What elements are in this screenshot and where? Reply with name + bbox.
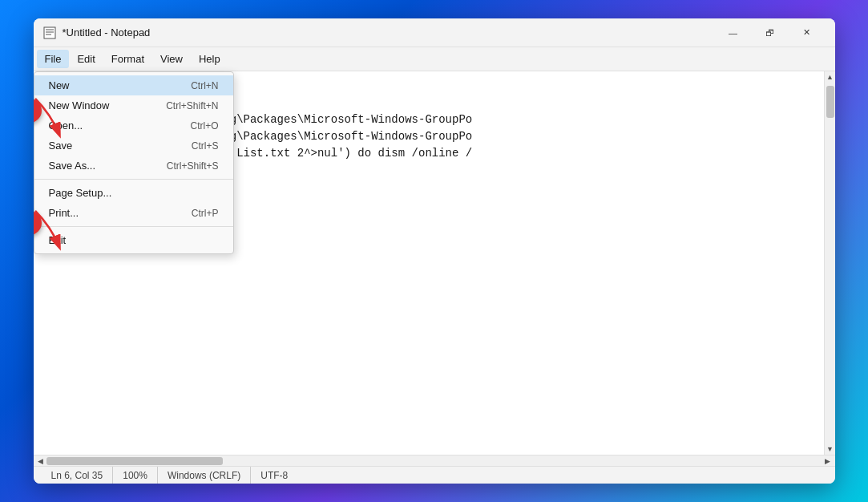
menu-save-as-shortcut: Ctrl+Shift+S (167, 160, 219, 172)
menu-new-shortcut: Ctrl+N (191, 80, 218, 91)
horizontal-scrollbar[interactable]: ◀ ▶ (34, 455, 835, 466)
window-controls: — 🗗 ✕ (715, 18, 826, 47)
notepad-window: *Untitled - Notepad — 🗗 ✕ File Edit Form… (34, 18, 835, 484)
cursor-position: Ln 6, Col 35 (42, 467, 114, 484)
app-icon (43, 26, 56, 39)
annotation-arrow-2 (34, 195, 67, 259)
menu-save-as-label: Save As... (49, 160, 96, 172)
window-title: *Untitled - Notepad (63, 26, 715, 38)
status-section: Ln 6, Col 35 100% Windows (CRLF) UTF-8 (42, 467, 827, 484)
title-bar: *Untitled - Notepad — 🗗 ✕ (34, 18, 835, 47)
menu-help[interactable]: Help (191, 50, 228, 68)
menu-file[interactable]: File (37, 50, 70, 68)
restore-button[interactable]: 🗗 (752, 18, 789, 47)
menu-bar: File Edit Format View Help New Ctrl+N Ne… (34, 47, 835, 71)
scroll-up-arrow[interactable]: ▲ (825, 71, 835, 83)
menu-save-shortcut: Ctrl+S (192, 140, 219, 152)
close-button[interactable]: ✕ (789, 18, 826, 47)
minimize-button[interactable]: — (715, 18, 752, 47)
annotation-arrow-1 (34, 83, 67, 147)
zoom-level: 100% (113, 467, 158, 484)
encoding: UTF-8 (251, 467, 297, 484)
menu-save-as[interactable]: Save As... Ctrl+Shift+S (34, 156, 233, 176)
svg-rect-0 (44, 27, 55, 38)
vertical-scrollbar[interactable]: ▲ ▼ (824, 71, 835, 455)
menu-print-shortcut: Ctrl+P (192, 208, 219, 219)
menu-open-shortcut: Ctrl+O (190, 120, 218, 132)
scrollbar-thumb-h[interactable] (46, 457, 223, 465)
scrollbar-thumb-v[interactable] (826, 86, 834, 118)
menu-new-window-shortcut: Ctrl+Shift+N (166, 100, 218, 111)
menu-edit[interactable]: Edit (69, 50, 103, 68)
scroll-left-arrow[interactable]: ◀ (35, 457, 46, 465)
status-bar: Ln 6, Col 35 100% Windows (CRLF) UTF-8 (34, 466, 835, 484)
menu-view[interactable]: View (152, 50, 191, 68)
separator-1 (34, 179, 233, 180)
line-endings: Windows (CRLF) (158, 467, 251, 484)
scroll-right-arrow[interactable]: ▶ (822, 457, 834, 465)
scroll-down-arrow[interactable]: ▼ (825, 443, 835, 455)
menu-format[interactable]: Format (103, 50, 152, 68)
